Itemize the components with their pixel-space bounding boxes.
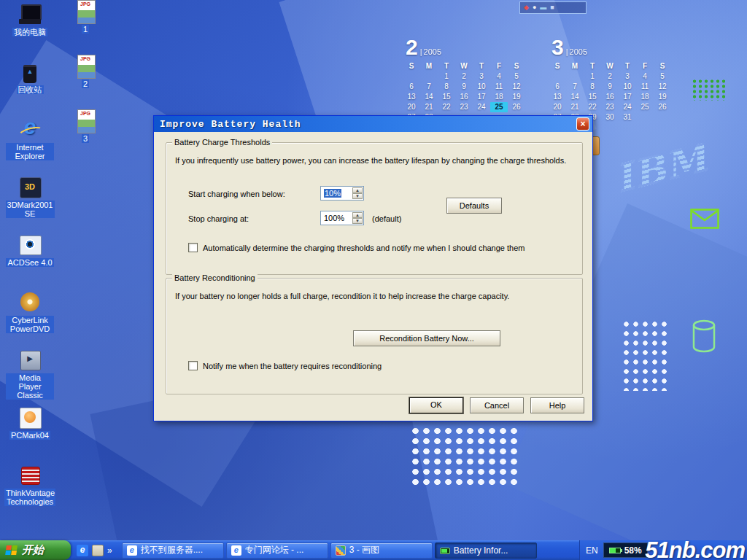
calendar-day-header: S [508,61,525,71]
desktop-icon-recycle-bin[interactable]: 回收站 [6,61,54,118]
stop-charging-label: Stop charging at: [188,214,249,223]
wallpaper-calendar-february: 2 2005 SMTWTFS12345678910111213141516171… [403,36,525,122]
spin-up-icon[interactable]: ▴ [352,212,363,218]
desktop-icon-my-computer[interactable]: 我的电脑 [6,3,54,61]
jpg-badge: JPG [80,1,91,7]
close-icon[interactable]: × [576,117,589,131]
month-year: 2005 [566,47,587,56]
notify-reconditioning-checkbox[interactable] [188,361,198,370]
bar-icon: ▬ [540,2,546,13]
taskbar-task-4[interactable]: Battery Infor... [435,542,537,559]
spin-down-icon[interactable]: ▾ [352,193,363,199]
desktop-icon-jpg[interactable]: JPG2 [64,55,107,109]
calendar-date: 3 [473,71,490,82]
calendar-date: 14 [566,92,584,102]
calendar-day-header: M [420,61,438,71]
calendar-date: 18 [636,92,654,102]
battery-tray-indicator[interactable]: 58% [603,542,648,558]
desktop-icon-label: ACDSee 4.0 [6,258,53,267]
calendar-date: 2 [601,71,619,82]
calendar-day-header: S [403,61,420,71]
calendar-date: 22 [584,102,601,112]
calendar-day-header: W [455,61,473,71]
stop-threshold-spinner[interactable]: 100% ▴ ▾ [320,211,364,225]
calendar-date: 6 [403,82,420,92]
task-button-area: 找不到服务器....专门网论坛 - ...3 - 画图Battery Infor… [118,540,579,560]
calendar-day-header: W [601,61,619,71]
calendar-date: 1 [584,71,601,82]
cylinder-icon [692,319,716,356]
desktop-icon-jpg[interactable]: JPG3 [64,109,107,164]
calendar-date: 17 [473,92,490,102]
calendar-date: 15 [438,92,455,102]
taskbar-task-2[interactable]: 专门网论坛 - ... [226,542,328,559]
jpg-icon: JPG [73,109,98,133]
desktop-icon-media-player-classic[interactable]: Media Player Classic [6,349,54,406]
start-label: 开始 [22,543,44,557]
desktop-icon-label: 3DMark2001 SE [6,201,55,218]
auto-determine-checkbox[interactable] [188,243,198,252]
desktop-icon-thinkvantage[interactable]: ThinkVantage Technologies [6,464,54,521]
desktop-icon-internet-explorer[interactable]: Internet Explorer [6,118,54,176]
calendar-date: 7 [566,82,584,92]
battery-charge-thresholds-group: Battery Charge Thresholds If you infrequ… [166,142,583,275]
battery-icon [609,548,621,553]
recondition-battery-button[interactable]: Recondition Battery Now... [353,330,500,346]
group-title: Battery Reconditioning [172,273,258,282]
jpg-badge: JPG [80,56,91,62]
reconditioning-description: If your battery no longer holds a full c… [175,292,578,300]
calendar-date: 12 [654,82,671,92]
calendar-date: 4 [490,71,508,82]
wallpaper-toolbar-graphic: ◆ ● ▬ ■ [519,1,587,14]
calendar-date [420,71,438,82]
wallpaper-dot-grid [622,319,668,391]
desktop-jpg-column: JPG1JPG2JPG3 [64,0,107,164]
taskbar-task-1[interactable]: 找不到服务器.... [122,542,224,559]
calendar-date: 26 [508,102,525,112]
help-button[interactable]: Help [530,397,584,413]
ok-button[interactable]: OK [409,397,463,413]
cancel-button[interactable]: Cancel [470,397,524,413]
desktop-icon-label: 回收站 [17,85,44,94]
calendar-date: 15 [584,92,601,102]
desktop-icon-jpg[interactable]: JPG1 [64,0,107,55]
calendar-day-header: T [584,61,601,71]
dialog-titlebar[interactable]: Improve Battery Health × [154,116,592,132]
start-button[interactable]: 开始 [0,540,71,560]
calendar-date: 18 [490,92,508,102]
desktop-icon-3dmark[interactable]: 3DMark2001 SE [6,176,54,233]
calendar-date: 5 [654,71,671,82]
calendar-date: 21 [420,102,438,112]
taskbar: 开始 » 找不到服务器....专门网论坛 - ...3 - 画图Battery … [0,540,747,560]
desktop-icon-label: 1 [82,25,89,34]
show-desktop-icon[interactable] [92,545,104,556]
defaults-button[interactable]: Defaults [446,198,502,214]
month-grid: SMTWTFS123456789101112131415161718192021… [549,61,671,122]
calendar-date: 30 [601,112,619,122]
calendar-date: 24 [473,102,490,112]
auto-determine-checkbox-row: Automatically determine the charging thr… [188,243,525,252]
calendar-day-header: M [566,61,584,71]
jpg-icon: JPG [73,0,98,23]
start-threshold-spinner[interactable]: 10% ▴ ▾ [320,186,364,201]
calendar-date: 14 [420,92,438,102]
spin-up-icon[interactable]: ▴ [352,187,363,193]
calendar-date: 25 [490,102,508,112]
desktop-icon-column: 我的电脑回收站Internet Explorer3DMark2001 SEACD… [6,3,54,521]
desktop-icon-powerdvd[interactable]: CyberLink PowerDVD [6,291,54,349]
quicklaunch-overflow-icon[interactable]: » [107,545,112,556]
month-number: 2 [406,36,418,58]
quick-launch: » [71,540,118,560]
language-indicator[interactable]: EN [586,545,598,556]
calendar-day-header: T [438,61,455,71]
desktop-icon-pcmark[interactable]: PCMark04 [6,406,54,464]
task-label: 3 - 画图 [349,544,379,556]
desktop-icon-acdsee[interactable]: ACDSee 4.0 [6,233,54,291]
month-header: 2 2005 [406,36,525,58]
calendar-date: 1 [438,71,455,82]
dialog-body: Battery Charge Thresholds If you infrequ… [154,132,592,421]
group-title: Battery Charge Thresholds [172,138,272,147]
ie-quicklaunch-icon[interactable] [77,545,88,556]
spin-down-icon[interactable]: ▾ [352,218,363,224]
taskbar-task-3[interactable]: 3 - 画图 [330,542,433,559]
